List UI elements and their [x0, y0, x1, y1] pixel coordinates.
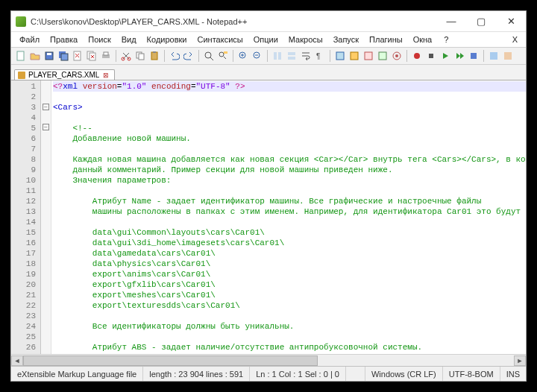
menu-help[interactable]: ? — [439, 34, 453, 45]
paste-icon[interactable] — [148, 49, 161, 63]
status-position: Ln : 1 Col : 1 Sel : 0 | 0 — [250, 367, 346, 381]
save-macro-icon[interactable] — [467, 49, 480, 63]
minimize-button[interactable]: — — [436, 11, 466, 32]
menu-close-x[interactable]: X — [507, 34, 523, 45]
line-number-gutter: 1234567891011121314151617181920212223242… — [11, 80, 41, 354]
svg-rect-29 — [379, 52, 386, 60]
play-multi-icon[interactable] — [453, 49, 466, 63]
window-title: C:\Users\konov\Desktop\PLAYER_CARS.XML -… — [31, 17, 436, 26]
zoom-in-icon[interactable] — [236, 49, 250, 63]
file-tab-label: PLAYER_CARS.XML — [28, 71, 99, 79]
new-file-icon[interactable] — [14, 49, 28, 63]
svg-rect-9 — [104, 52, 108, 55]
tabbar: PLAYER_CARS.XML ⊠ — [11, 65, 526, 80]
replace-icon[interactable] — [216, 49, 230, 63]
svg-rect-18 — [224, 51, 227, 54]
svg-rect-14 — [151, 52, 157, 60]
copy-icon[interactable] — [134, 49, 147, 63]
indent-guide-icon[interactable] — [333, 49, 347, 63]
menu-windows[interactable]: Окна — [408, 34, 438, 45]
svg-text:¶: ¶ — [316, 52, 320, 60]
close-all-icon[interactable] — [85, 49, 98, 63]
scroll-thumb[interactable] — [23, 355, 318, 366]
print-icon[interactable] — [99, 49, 113, 63]
open-file-icon[interactable] — [28, 49, 42, 63]
svg-point-17 — [219, 52, 224, 57]
svg-rect-15 — [153, 51, 156, 53]
status-filetype: eXtensible Markup Language file — [11, 367, 143, 381]
toolbar-extra-1-icon[interactable] — [487, 49, 500, 63]
horizontal-scrollbar[interactable]: ◄ ► — [11, 354, 526, 366]
svg-rect-23 — [288, 52, 295, 55]
menu-run[interactable]: Запуск — [328, 34, 364, 45]
close-file-icon[interactable] — [71, 49, 84, 63]
tab-close-icon[interactable]: ⊠ — [102, 72, 110, 79]
menu-macros[interactable]: Макросы — [283, 34, 328, 45]
toolbar-extra-2-icon[interactable] — [501, 49, 515, 63]
sync-h-icon[interactable] — [285, 49, 298, 63]
doc-map-icon[interactable] — [348, 49, 361, 63]
svg-rect-33 — [429, 54, 433, 58]
svg-rect-0 — [17, 51, 24, 60]
monitor-icon[interactable] — [390, 49, 403, 63]
show-all-chars-icon[interactable]: ¶ — [313, 49, 327, 63]
svg-rect-24 — [288, 57, 295, 60]
svg-rect-22 — [278, 52, 281, 60]
scroll-track[interactable] — [23, 355, 514, 366]
code-area[interactable]: <?xml version="1.0" encoding="UTF-8" ?> … — [51, 80, 526, 354]
fold-column[interactable]: −− — [41, 80, 51, 354]
play-macro-icon[interactable] — [439, 49, 452, 63]
file-tab[interactable]: PLAYER_CARS.XML ⊠ — [14, 69, 115, 80]
maximize-button[interactable]: ▢ — [466, 11, 496, 32]
func-list-icon[interactable] — [362, 49, 375, 63]
menubar: Файл Правка Поиск Вид Кодировки Синтакси… — [11, 32, 526, 47]
app-window: C:\Users\konov\Desktop\PLAYER_CARS.XML -… — [10, 10, 527, 382]
app-icon — [16, 16, 26, 27]
menu-search[interactable]: Поиск — [83, 34, 116, 45]
titlebar: C:\Users\konov\Desktop\PLAYER_CARS.XML -… — [11, 11, 526, 32]
close-button[interactable]: ✕ — [496, 11, 526, 32]
editor[interactable]: 1234567891011121314151617181920212223242… — [11, 80, 526, 354]
status-encoding: UTF-8-BOM — [443, 367, 500, 381]
menu-plugins[interactable]: Плагины — [364, 34, 408, 45]
menu-syntax[interactable]: Синтаксисы — [192, 34, 248, 45]
svg-rect-36 — [504, 52, 512, 60]
menu-view[interactable]: Вид — [116, 34, 142, 45]
file-modified-icon — [18, 72, 25, 79]
stop-macro-icon[interactable] — [424, 49, 438, 63]
status-mode: INS — [500, 367, 526, 381]
scroll-left-icon[interactable]: ◄ — [11, 355, 23, 366]
svg-point-32 — [414, 53, 420, 59]
menu-encoding[interactable]: Кодировки — [142, 34, 192, 45]
status-length: length : 23 904 lines : 591 — [143, 367, 250, 381]
svg-point-31 — [395, 54, 398, 57]
zoom-out-icon[interactable] — [251, 49, 264, 63]
svg-rect-21 — [274, 52, 277, 60]
folder-workspace-icon[interactable] — [376, 49, 389, 63]
svg-rect-26 — [336, 52, 344, 60]
svg-point-16 — [205, 52, 211, 58]
cut-icon[interactable] — [119, 49, 133, 63]
sync-v-icon[interactable] — [271, 49, 284, 63]
svg-rect-4 — [61, 54, 68, 60]
svg-rect-2 — [47, 53, 51, 55]
record-macro-icon[interactable] — [410, 49, 424, 63]
menu-file[interactable]: Файл — [14, 34, 45, 45]
svg-rect-35 — [490, 52, 497, 60]
scroll-right-icon[interactable]: ► — [514, 355, 526, 366]
statusbar: eXtensible Markup Language file length :… — [11, 366, 526, 381]
svg-rect-13 — [139, 54, 144, 60]
wordwrap-icon[interactable] — [299, 49, 313, 63]
undo-icon[interactable] — [168, 49, 181, 63]
status-eol: Windows (CR LF) — [365, 367, 443, 381]
menu-options[interactable]: Опции — [248, 34, 283, 45]
svg-rect-28 — [365, 52, 372, 60]
toolbar: ¶ — [11, 47, 526, 65]
save-icon[interactable] — [43, 49, 56, 63]
svg-rect-34 — [471, 53, 477, 59]
menu-edit[interactable]: Правка — [45, 34, 83, 45]
save-all-icon[interactable] — [57, 49, 70, 63]
find-icon[interactable] — [202, 49, 216, 63]
redo-icon[interactable] — [182, 49, 195, 63]
svg-rect-27 — [351, 52, 358, 60]
